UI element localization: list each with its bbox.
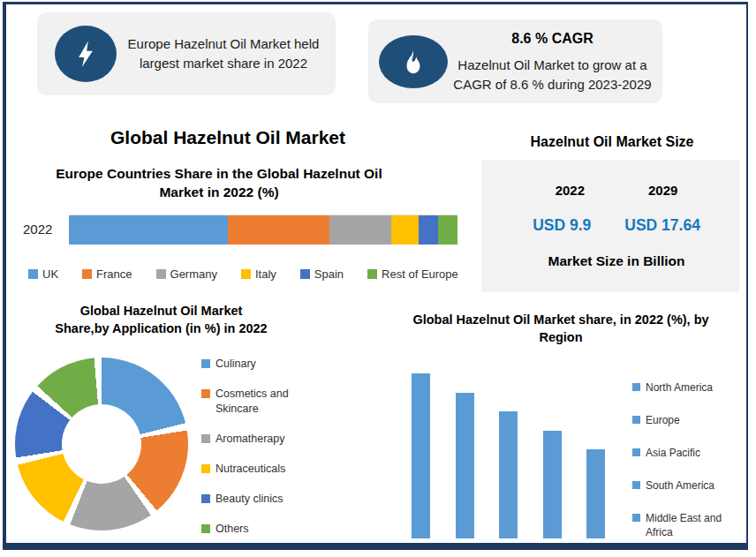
cagr-card: 8.6 % CAGR Hazelnut Oil Market to grow a… xyxy=(368,19,662,103)
legend-item-culinary: Culinary xyxy=(201,357,306,372)
legend-label: Beauty clinics xyxy=(215,492,283,507)
region-bar-chart xyxy=(412,373,605,538)
legend-label: UK xyxy=(42,267,58,281)
legend-item-south-america: South America xyxy=(632,478,731,493)
legend-swatch xyxy=(632,448,640,456)
market-size-year-2029: 2029 xyxy=(648,183,677,198)
market-size-value-2022: USD 9.9 xyxy=(533,216,591,235)
highlight-card-text: Europe Hazelnut Oil Market held largest … xyxy=(117,34,330,73)
stacked-chart-title: Europe Countries Share in the Global Haz… xyxy=(25,164,413,201)
legend-label: Europe xyxy=(646,413,680,427)
legend-item-aromatherapy: Aromatherapy xyxy=(201,432,306,447)
flame-icon xyxy=(379,35,448,88)
legend-label: Asia Pacific xyxy=(646,446,700,460)
donut-chart-title: Global Hazelnut Oil Market Share,by Appl… xyxy=(13,302,309,337)
legend-swatch xyxy=(82,269,92,279)
region-bar-legend: North AmericaEuropeAsia PacificSouth Ame… xyxy=(632,380,731,539)
cagr-heading: 8.6 % CAGR xyxy=(448,29,657,49)
market-size-value-2029: USD 17.64 xyxy=(624,216,700,235)
legend-label: Middle East and Africa xyxy=(646,511,731,539)
legend-label: France xyxy=(96,267,132,281)
legend-item-asia-pacific: Asia Pacific xyxy=(632,446,731,460)
legend-item-france: France xyxy=(82,267,132,281)
market-size-year-2022: 2022 xyxy=(556,183,585,198)
cagr-line-2: CAGR of 8.6 % during 2023-2029 xyxy=(448,75,657,94)
stacked-chart-title-line-1: Europe Countries Share in the Global Haz… xyxy=(25,164,413,183)
legend-swatch xyxy=(367,269,377,279)
legend-swatch xyxy=(632,416,640,424)
legend-item-north-america: North America xyxy=(632,380,731,395)
market-size-note: Market Size in Billion xyxy=(494,253,739,269)
bar-segment-italy xyxy=(391,215,419,245)
legend-label: Germany xyxy=(170,267,217,281)
legend-label: Rest of Europe xyxy=(382,267,458,281)
legend-item-rest-of-europe: Rest of Europe xyxy=(367,267,458,281)
legend-label: Spain xyxy=(314,267,344,281)
legend-label: Nutraceuticals xyxy=(215,462,285,477)
stacked-chart-title-line-2: Market in 2022 (%) xyxy=(25,183,413,201)
legend-swatch xyxy=(201,524,210,533)
region-bar-asia-pacific xyxy=(499,411,518,538)
donut-hole xyxy=(62,404,141,484)
highlight-line-2: largest market share in 2022 xyxy=(117,54,330,73)
legend-item-italy: Italy xyxy=(241,267,276,281)
legend-swatch xyxy=(201,389,210,398)
market-size-title: Hazelnut Oil Market Size xyxy=(481,134,743,150)
region-title-line-2: Region xyxy=(387,328,735,346)
legend-label: Italy xyxy=(255,267,276,281)
legend-swatch xyxy=(632,514,640,522)
legend-item-uk: UK xyxy=(28,267,58,281)
legend-item-beauty-clinics: Beauty clinics xyxy=(201,492,306,507)
legend-item-europe: Europe xyxy=(632,413,731,427)
legend-label: South America xyxy=(646,478,714,493)
application-donut-legend: CulinaryCosmetics and SkincareAromathera… xyxy=(201,357,306,537)
legend-swatch xyxy=(632,481,640,489)
legend-item-middle-east-and-africa: Middle East and Africa xyxy=(632,511,731,539)
bar-segment-uk xyxy=(69,215,228,245)
legend-swatch xyxy=(28,269,38,279)
legend-item-spain: Spain xyxy=(300,267,344,281)
lightning-icon xyxy=(55,26,117,82)
legend-label: Culinary xyxy=(215,357,256,372)
legend-swatch xyxy=(201,494,210,503)
europe-stacked-bar-legend: UKFranceGermanyItalySpainRest of Europe xyxy=(28,267,461,281)
market-size-panel: 2022 2029 USD 9.9 USD 17.64 Market Size … xyxy=(481,160,739,292)
bar-segment-spain xyxy=(419,215,438,245)
legend-swatch xyxy=(241,269,251,279)
cagr-line-1: Hazelnut Oil Market to grow at a xyxy=(448,56,657,75)
legend-item-cosmetics-and-skincare: Cosmetics and Skincare xyxy=(201,387,306,417)
donut-title-line-2: Share,by Application (in %) in 2022 xyxy=(13,320,309,337)
highlight-card: Europe Hazelnut Oil Market held largest … xyxy=(37,12,336,95)
region-bar-south-america xyxy=(543,431,562,538)
donut-title-line-1: Global Hazelnut Oil Market xyxy=(13,302,309,320)
legend-swatch xyxy=(201,359,210,368)
legend-swatch xyxy=(632,383,640,391)
legend-swatch xyxy=(156,269,166,279)
legend-swatch xyxy=(201,464,210,473)
legend-label: Aromatherapy xyxy=(215,432,285,447)
legend-swatch xyxy=(201,434,210,443)
region-bar-middle-east-and-africa xyxy=(586,449,605,538)
application-donut-chart xyxy=(15,358,188,531)
cagr-card-text: 8.6 % CAGR Hazelnut Oil Market to grow a… xyxy=(448,29,657,94)
region-bar-europe xyxy=(456,393,474,538)
highlight-line-1: Europe Hazelnut Oil Market held xyxy=(117,34,330,54)
stacked-bar-year-label: 2022 xyxy=(23,222,52,237)
region-title-line-1: Global Hazelnut Oil Market share, in 202… xyxy=(387,311,735,328)
infographic-page: Europe Hazelnut Oil Market held largest … xyxy=(0,0,756,557)
legend-item-others: Others xyxy=(201,522,306,537)
bar-segment-rest-of-europe xyxy=(438,215,457,245)
legend-item-germany: Germany xyxy=(156,267,217,281)
bar-segment-germany xyxy=(329,215,391,245)
legend-label: North America xyxy=(646,380,713,395)
region-bar-north-america xyxy=(412,373,430,538)
page-title: Global Hazelnut Oil Market xyxy=(25,127,431,148)
legend-label: Others xyxy=(215,522,249,537)
legend-item-nutraceuticals: Nutraceuticals xyxy=(201,462,306,477)
europe-stacked-bar xyxy=(69,215,457,245)
region-chart-title: Global Hazelnut Oil Market share, in 202… xyxy=(387,311,735,346)
legend-swatch xyxy=(300,269,310,279)
bar-segment-france xyxy=(228,215,329,245)
legend-label: Cosmetics and Skincare xyxy=(215,387,306,417)
